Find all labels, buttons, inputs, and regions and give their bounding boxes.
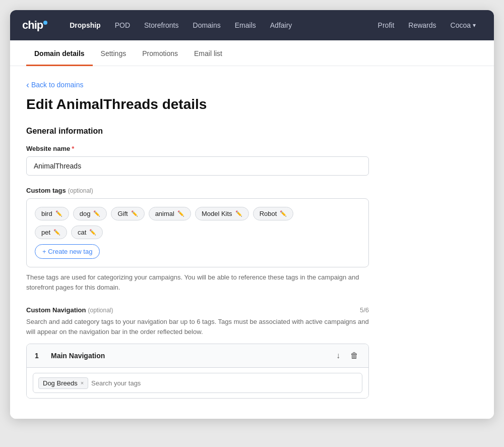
nav-cocoa[interactable]: Cocoa: [445, 17, 482, 33]
edit-icon: ✏️: [53, 229, 60, 236]
edit-icon: ✏️: [55, 210, 62, 217]
tag-model-kits[interactable]: Model Kits ✏️: [195, 207, 249, 220]
nav-right: Profit Rewards Cocoa: [372, 17, 482, 33]
edit-icon: ✏️: [89, 229, 96, 236]
custom-tags-label: Custom tags(optional): [26, 187, 478, 194]
tag-gift[interactable]: Gift ✏️: [111, 207, 144, 220]
tags-box: bird ✏️ dog ✏️ Gift ✏️ animal ✏️ Model K…: [26, 198, 369, 267]
content-area: Back to domains Edit AnimalThreads detai…: [10, 66, 494, 419]
nav-item-header: 1 Main Navigation ↓ 🗑: [27, 344, 368, 368]
tab-domain-details[interactable]: Domain details: [26, 40, 93, 66]
tag-search-row[interactable]: Dog Breeds ×: [33, 373, 362, 393]
tag-search-input[interactable]: [91, 379, 357, 387]
nav-item-num: 1: [35, 352, 45, 360]
nav-item-move-down[interactable]: ↓: [334, 350, 342, 361]
website-name-label: Website name*: [26, 145, 478, 152]
tags-hint: These tags are used for categorizing you…: [26, 272, 369, 292]
nav-domains[interactable]: Domains: [187, 17, 227, 33]
edit-icon: ✏️: [131, 210, 138, 217]
nav-count: 5/6: [360, 306, 369, 314]
tab-promotions[interactable]: Promotions: [134, 40, 186, 66]
tag-animal[interactable]: animal ✏️: [149, 207, 191, 220]
nav-rewards[interactable]: Rewards: [402, 17, 442, 33]
tags-row-2: pet ✏️ cat ✏️: [35, 226, 360, 239]
tag-cat[interactable]: cat ✏️: [71, 226, 103, 239]
nav-dropship[interactable]: Dropship: [64, 17, 106, 33]
tag-bird[interactable]: bird ✏️: [35, 207, 69, 220]
nav-pod[interactable]: POD: [109, 17, 136, 33]
custom-nav-header: Custom Navigation(optional) 5/6: [26, 306, 369, 314]
edit-icon: ✏️: [93, 210, 100, 217]
tags-row-1: bird ✏️ dog ✏️ Gift ✏️ animal ✏️ Model K…: [35, 207, 360, 220]
remove-tag-dog-breeds[interactable]: ×: [81, 380, 84, 386]
selected-tag-dog-breeds: Dog Breeds ×: [38, 377, 88, 389]
tag-robot[interactable]: Robot ✏️: [253, 207, 294, 220]
nav-item-name: Main Navigation: [51, 352, 328, 360]
nav-hint: Search and add category tags to your nav…: [26, 317, 369, 337]
required-indicator: *: [72, 145, 74, 152]
logo-dot: [43, 21, 47, 25]
general-info-title: General information: [26, 127, 478, 136]
tab-bar: Domain details Settings Promotions Email…: [10, 40, 494, 66]
create-tag-button[interactable]: + Create new tag: [35, 244, 100, 259]
app-window: chip Dropship POD Storefronts Domains Em…: [10, 10, 494, 419]
website-name-input[interactable]: [26, 156, 369, 176]
logo: chip: [22, 19, 47, 32]
nav-item-actions: ↓ 🗑: [334, 350, 360, 361]
custom-nav-label: Custom Navigation(optional): [26, 306, 113, 314]
nav-links: Dropship POD Storefronts Domains Emails …: [64, 17, 371, 33]
nav-storefronts[interactable]: Storefronts: [138, 17, 184, 33]
tag-dog[interactable]: dog ✏️: [73, 207, 107, 220]
optional-label-nav: (optional): [88, 307, 113, 314]
tag-pet[interactable]: pet ✏️: [35, 226, 67, 239]
nav-emails[interactable]: Emails: [229, 17, 262, 33]
optional-label: (optional): [68, 187, 93, 194]
tab-email-list[interactable]: Email list: [186, 40, 230, 66]
edit-icon: ✏️: [280, 210, 287, 217]
nav-item-body: Dog Breeds ×: [27, 368, 368, 398]
nav-item-1: 1 Main Navigation ↓ 🗑 Dog Breeds ×: [26, 344, 369, 399]
back-link[interactable]: Back to domains: [26, 80, 478, 89]
nav-profit[interactable]: Profit: [372, 17, 401, 33]
page-title: Edit AnimalThreads details: [26, 96, 478, 113]
edit-icon: ✏️: [177, 210, 184, 217]
nav-item-delete[interactable]: 🗑: [348, 350, 360, 361]
edit-icon: ✏️: [235, 210, 242, 217]
tab-settings[interactable]: Settings: [93, 40, 135, 66]
top-nav: chip Dropship POD Storefronts Domains Em…: [10, 10, 494, 40]
nav-adfairy[interactable]: Adfairy: [264, 17, 298, 33]
